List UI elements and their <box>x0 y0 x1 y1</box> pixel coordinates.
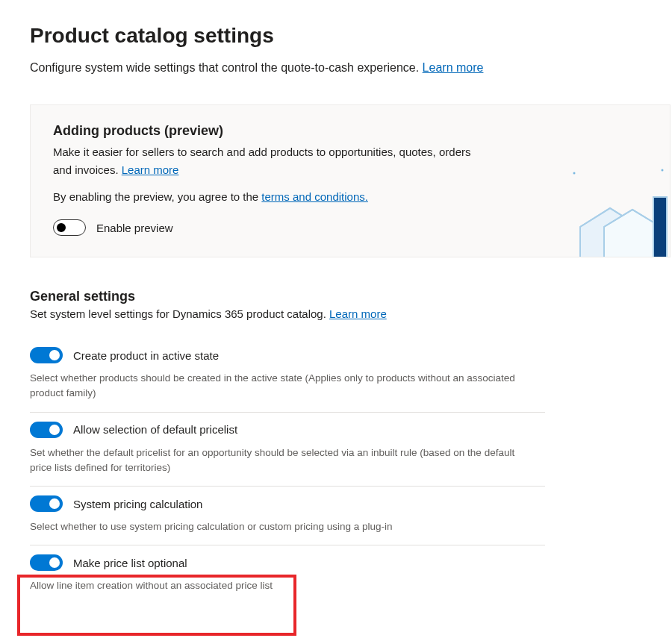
general-settings-subtitle: Set system level settings for Dynamics 3… <box>30 307 672 320</box>
price-list-optional-label: Make price list optional <box>73 557 187 569</box>
system-pricing-label: System pricing calculation <box>73 498 202 510</box>
create-product-active-label: Create product in active state <box>73 349 219 362</box>
toggle-knob <box>49 425 60 435</box>
page-title: Product catalog settings <box>30 24 672 48</box>
toggle-knob <box>57 223 66 232</box>
enable-preview-toggle[interactable] <box>53 219 86 236</box>
page-subtitle: Configure system wide settings that cont… <box>30 61 672 75</box>
system-pricing-toggle[interactable] <box>30 495 63 512</box>
card-illustration <box>565 167 671 257</box>
card-terms-prefix: By enabling the preview, you agree to th… <box>53 190 261 203</box>
setting-price-list-optional: Make price list optional Allow line item… <box>30 545 545 604</box>
create-product-active-toggle[interactable] <box>30 347 63 363</box>
terms-link[interactable]: terms and conditions. <box>261 190 368 203</box>
card-learn-more-link[interactable]: Learn more <box>122 163 179 176</box>
card-terms-line: By enabling the preview, you agree to th… <box>53 188 486 206</box>
price-list-optional-toggle[interactable] <box>30 554 63 571</box>
svg-rect-3 <box>653 197 667 257</box>
card-title: Adding products (preview) <box>53 123 647 139</box>
page-description-text: Configure system wide settings that cont… <box>30 61 423 74</box>
enable-preview-label: Enable preview <box>96 222 173 234</box>
create-product-active-desc: Select whether products should be create… <box>30 371 538 401</box>
default-pricelist-desc: Set whether the default pricelist for an… <box>30 445 538 476</box>
system-pricing-desc: Select whether to use system pricing cal… <box>30 519 538 534</box>
svg-point-0 <box>573 172 576 175</box>
toggle-knob <box>49 557 60 568</box>
general-subtitle-text: Set system level settings for Dynamics 3… <box>30 307 329 320</box>
general-settings-title: General settings <box>30 289 672 304</box>
general-learn-more-link[interactable]: Learn more <box>329 307 387 320</box>
svg-point-1 <box>662 169 664 172</box>
toggle-knob <box>49 350 60 360</box>
adding-products-card: Adding products (preview) Make it easier… <box>30 104 671 257</box>
setting-default-pricelist: Allow selection of default pricelist Set… <box>30 413 545 487</box>
setting-create-product-active: Create product in active state Select wh… <box>30 338 545 413</box>
toggle-knob <box>49 498 60 509</box>
setting-system-pricing: System pricing calculation Select whethe… <box>30 487 545 545</box>
default-pricelist-label: Allow selection of default pricelist <box>73 423 237 436</box>
page-learn-more-link[interactable]: Learn more <box>423 61 484 74</box>
price-list-optional-desc: Allow line item creation without an asso… <box>30 578 538 593</box>
card-description: Make it easier for sellers to search and… <box>53 143 486 179</box>
card-desc-text: Make it easier for sellers to search and… <box>53 146 470 176</box>
default-pricelist-toggle[interactable] <box>30 422 63 438</box>
